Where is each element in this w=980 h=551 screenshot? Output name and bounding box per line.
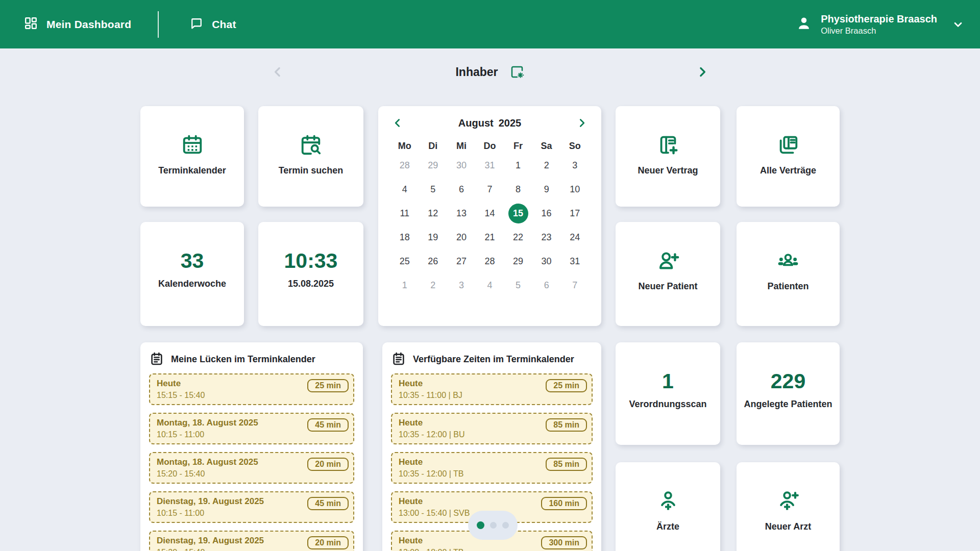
calendar-day[interactable]: 16 <box>532 202 561 226</box>
calendar-day[interactable]: 28 <box>476 249 504 273</box>
weekday-label: Mi <box>447 141 476 152</box>
page-next-button[interactable] <box>693 63 712 81</box>
dashboard-settings-icon[interactable] <box>509 64 525 80</box>
card-alle-vertraege[interactable]: Alle Verträge <box>737 106 840 207</box>
timeslot-item[interactable]: Heute 10:35 - 12:00 | TB 85 min <box>391 452 593 484</box>
calendar-day[interactable]: 6 <box>447 178 476 202</box>
card-neuer-vertrag[interactable]: Neuer Vertrag <box>616 106 720 207</box>
calendar-day[interactable]: 14 <box>476 202 504 226</box>
calendar-day[interactable]: 26 <box>419 249 448 273</box>
calendar-day[interactable]: 21 <box>476 226 504 249</box>
calendar-day[interactable]: 2 <box>419 273 448 297</box>
card-neuer-arzt[interactable]: Neuer Arzt <box>737 462 840 551</box>
calendar-day[interactable]: 3 <box>447 273 476 297</box>
calendar-day[interactable]: 27 <box>447 249 476 273</box>
timeslot-item[interactable]: Dienstag, 19. August 2025 10:15 - 11:00 … <box>149 491 354 523</box>
card-verordnungsscan[interactable]: 1 Verordnungsscan <box>616 342 720 445</box>
calendar-day[interactable]: 9 <box>532 178 561 202</box>
calendar-day[interactable]: 1 <box>390 273 419 297</box>
calendar-day[interactable]: 31 <box>560 249 589 273</box>
nav-item-chat[interactable]: Chat <box>189 16 236 33</box>
timeslot-time: 10:35 - 11:00 | BJ <box>399 390 462 400</box>
card-termin-suchen[interactable]: Termin suchen <box>258 106 363 207</box>
calendar-day[interactable]: 10 <box>560 178 589 202</box>
calendar-day[interactable]: 15 <box>504 202 532 226</box>
calendar-day[interactable]: 25 <box>390 249 419 273</box>
calendar-day[interactable]: 17 <box>560 202 589 226</box>
calendar-day[interactable]: 30 <box>447 154 476 178</box>
card-aerzte[interactable]: Ärzte <box>616 462 720 551</box>
nav-item-dashboard[interactable]: Mein Dashboard <box>23 16 131 33</box>
clock-time: 10:33 <box>284 251 338 271</box>
calendar-day[interactable]: 13 <box>447 202 476 226</box>
timeslot-time: 15:20 - 15:40 <box>157 468 258 479</box>
timeslot-item[interactable]: Dienstag, 19. August 2025 15:20 - 15:40 … <box>149 531 354 551</box>
calendar-day[interactable]: 1 <box>504 154 532 178</box>
main-nav: Mein Dashboard Chat <box>0 0 236 48</box>
card-label-neuer-patient: Neuer Patient <box>638 281 697 292</box>
calendar-day[interactable]: 31 <box>476 154 504 178</box>
nav-chat-label: Chat <box>212 18 236 31</box>
timeslot-item[interactable]: Heute 10:35 - 11:00 | BJ 25 min <box>391 373 593 405</box>
user-name: Oliver Braasch <box>821 26 937 36</box>
card-neuer-patient[interactable]: Neuer Patient <box>616 222 720 326</box>
calendar-day[interactable]: 29 <box>504 249 532 273</box>
timeslot-time: 15:15 - 15:40 <box>157 390 205 400</box>
carousel-dot[interactable] <box>502 522 509 529</box>
card-patienten[interactable]: Patienten <box>737 222 840 326</box>
account-menu[interactable]: Physiotherapie Braasch Oliver Braasch <box>795 13 980 36</box>
calendar-day[interactable]: 24 <box>560 226 589 249</box>
carousel-dots <box>468 511 518 540</box>
weekday-label: Di <box>419 141 448 152</box>
calendar-day[interactable]: 2 <box>532 154 561 178</box>
agenda-icon <box>149 352 164 367</box>
calendar-next-month-button[interactable] <box>575 116 589 130</box>
card-label-aerzte: Ärzte <box>656 521 679 532</box>
timeslot-time: 13:00 - 15:40 | SVB <box>399 508 470 518</box>
calendar-day[interactable]: 8 <box>504 178 532 202</box>
calendar-day[interactable]: 4 <box>476 273 504 297</box>
contracts-stack-icon <box>776 133 800 157</box>
calendar-day[interactable]: 28 <box>390 154 419 178</box>
timeslot-item[interactable]: Heute 15:15 - 15:40 25 min <box>149 373 354 405</box>
calendar-icon <box>181 133 204 157</box>
timeslot-time: 10:15 - 11:00 <box>157 508 264 518</box>
calendar-day[interactable]: 5 <box>419 178 448 202</box>
carousel-dot[interactable] <box>490 522 497 529</box>
timeslot-item[interactable]: Heute 10:35 - 12:00 | BU 85 min <box>391 413 593 444</box>
timeslot-date: Heute <box>399 457 464 468</box>
calendar-day[interactable]: 30 <box>532 249 561 273</box>
calendar-day[interactable]: 7 <box>560 273 589 297</box>
dashboard-grid-icon <box>23 16 38 33</box>
calendar-day[interactable]: 23 <box>532 226 561 249</box>
calendar-day[interactable]: 19 <box>419 226 448 249</box>
calendar-day[interactable]: 6 <box>532 273 561 297</box>
weekday-label: Mo <box>390 141 419 152</box>
timeslot-duration-badge: 160 min <box>541 497 587 510</box>
carousel-dot[interactable] <box>477 521 484 529</box>
verordnungsscan-count: 1 <box>662 371 674 392</box>
calendar-prev-month-button[interactable] <box>390 116 405 130</box>
weekday-label: So <box>560 141 589 152</box>
card-label-patienten: Patienten <box>767 281 808 292</box>
calendar-day[interactable]: 18 <box>390 226 419 249</box>
timeslot-date: Montag, 18. August 2025 <box>157 457 258 468</box>
card-kalenderwoche: 33 Kalenderwoche <box>140 222 244 326</box>
calendar-day[interactable]: 5 <box>504 273 532 297</box>
chat-bubble-icon <box>189 16 204 33</box>
clock-date: 15.08.2025 <box>288 279 334 289</box>
calendar-day[interactable]: 29 <box>419 154 448 178</box>
timeslot-item[interactable]: Montag, 18. August 2025 10:15 - 11:00 45… <box>149 413 354 444</box>
calendar-day[interactable]: 7 <box>476 178 504 202</box>
calendar-day[interactable]: 4 <box>390 178 419 202</box>
calendar-day[interactable]: 11 <box>390 202 419 226</box>
app-header: Mein Dashboard Chat Physiothera <box>0 0 980 48</box>
calendar-day[interactable]: 20 <box>447 226 476 249</box>
calendar-day[interactable]: 22 <box>504 226 532 249</box>
calendar-day[interactable]: 12 <box>419 202 448 226</box>
kalenderwoche-value: 33 <box>181 251 204 271</box>
card-terminkalender[interactable]: Terminkalender <box>140 106 244 207</box>
calendar-day[interactable]: 3 <box>560 154 589 178</box>
timeslot-item[interactable]: Montag, 18. August 2025 15:20 - 15:40 20… <box>149 452 354 484</box>
card-angelegte-patienten[interactable]: 229 Angelegte Patienten <box>737 342 840 445</box>
